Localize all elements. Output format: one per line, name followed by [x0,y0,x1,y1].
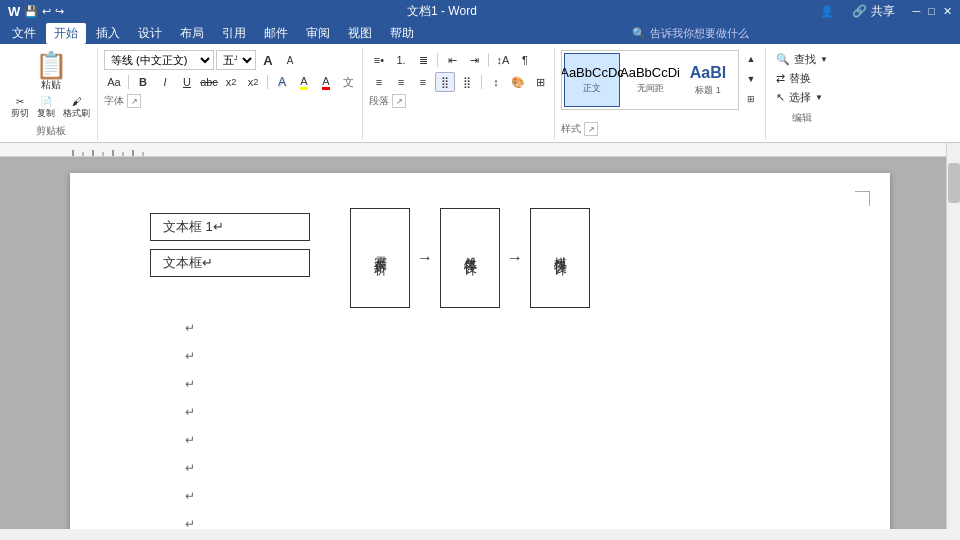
flow-box-2: 总体设计↵ [440,208,500,308]
distribute-button[interactable]: ⣿ [457,72,477,92]
text-effect-button[interactable]: A [272,72,292,92]
menu-item-help[interactable]: 帮助 [382,23,422,44]
styles-scroll-up[interactable]: ▲ [741,50,761,68]
para-mark-4: ↵ [185,405,195,419]
styles-group-label: 样式 [561,122,581,136]
font-color-button[interactable]: A [316,72,336,92]
clipboard-group: 📋 粘贴 ✂ 剪切 📄 复制 🖌 格式刷 剪贴板 [4,48,98,140]
text-highlight-button[interactable]: A [294,72,314,92]
numbering-button[interactable]: 1. [391,50,411,70]
ruler-mark [112,150,114,156]
copy-icon: 📄 [40,96,52,107]
separator1 [128,75,129,89]
select-button[interactable]: ↖ 选择 ▼ [772,88,832,107]
italic-button[interactable]: I [155,72,175,92]
menu-item-insert[interactable]: 插入 [88,23,128,44]
share-icon: 🔗 [852,4,867,18]
text-box-2-content: 文本框↵ [163,255,213,270]
text-box-1[interactable]: 文本框 1↵ [150,213,310,241]
strikethrough-button[interactable]: abc [199,72,219,92]
subscript-button[interactable]: x2 [221,72,241,92]
search-icon: 🔍 [776,53,790,66]
replace-button[interactable]: ⇄ 替换 [772,69,832,88]
ruler-mark [132,150,134,156]
font-expand-button[interactable]: ↗ [127,94,141,108]
style-item-nospace[interactable]: AaBbCcDi 无间距 [622,53,678,107]
wubi-button[interactable]: 文 [338,72,358,92]
para-mark-8: ↵ [185,517,195,529]
align-right-button[interactable]: ≡ [413,72,433,92]
close-button[interactable]: ✕ [943,5,952,18]
menu-item-layout[interactable]: 布局 [172,23,212,44]
para-mark-3: ↵ [185,377,195,391]
format-painter-button[interactable]: 🖌 格式刷 [60,94,93,122]
menu-item-design[interactable]: 设计 [130,23,170,44]
increase-indent-button[interactable]: ⇥ [464,50,484,70]
case-button[interactable]: Aa [104,72,124,92]
show-marks-button[interactable]: ¶ [515,50,535,70]
paragraph-marks: ↵ ↵ ↵ ↵ ↵ ↵ ↵ ↵ ↵ ↵ ↵ ↵ [185,321,195,529]
editing-group: 🔍 查找 ▼ ⇄ 替换 ↖ 选择 ▼ 编辑 [768,48,836,140]
menu-item-start[interactable]: 开始 [46,23,86,44]
font-shrink-button[interactable]: A [280,50,300,70]
styles-expand-button[interactable]: ⊞ [741,90,761,108]
vertical-scrollbar[interactable] [946,143,960,529]
maximize-button[interactable]: □ [928,5,935,17]
copy-label: 复制 [37,107,55,120]
bullets-button[interactable]: ≡• [369,50,389,70]
styles-row: AaBbCcDc 正文 AaBbCcDi 无间距 AaBl 标题 1 [561,50,761,120]
text-box-2[interactable]: 文本框↵ [150,249,310,277]
tell-me-search[interactable]: 🔍 告诉我你想要做什么 [424,26,956,41]
paste-button[interactable]: 📋 粘贴 [31,50,71,94]
style-item-normal[interactable]: AaBbCcDc 正文 [564,53,620,107]
quick-access-redo[interactable]: ↪ [55,5,64,18]
ruler-mark [122,152,124,156]
share-label: 共享 [871,3,895,20]
ruler-mark [72,150,74,156]
style-item-heading1[interactable]: AaBl 标题 1 [680,53,736,107]
menu-item-mail[interactable]: 邮件 [256,23,296,44]
para-expand-button[interactable]: ↗ [392,94,406,108]
align-left-button[interactable]: ≡ [369,72,389,92]
line-spacing-button[interactable]: ↕ [486,72,506,92]
font-family-select[interactable]: 等线 (中文正文) [104,50,214,70]
quick-access-save[interactable]: 💾 [24,5,38,18]
user-icon[interactable]: 👤 [820,5,834,18]
align-center-button[interactable]: ≡ [391,72,411,92]
font-group-label-row: 字体 ↗ [104,94,358,108]
font-size-select[interactable]: 五号 小四 四号 [216,50,256,70]
decrease-indent-button[interactable]: ⇤ [442,50,462,70]
justify-button[interactable]: ⣿ [435,72,455,92]
menu-item-view[interactable]: 视图 [340,23,380,44]
tell-me-icon: 🔍 [632,27,646,40]
quick-access-undo[interactable]: ↩ [42,5,51,18]
para-group-label: 段落 [369,94,389,108]
share-button[interactable]: 🔗 共享 [842,1,905,22]
para-mark-5: ↵ [185,433,195,447]
para-mark-6: ↵ [185,461,195,475]
styles-expand-btn[interactable]: ↗ [584,122,598,136]
underline-button[interactable]: U [177,72,197,92]
sort-button[interactable]: ↕A [493,50,513,70]
multi-level-list-button[interactable]: ≣ [413,50,433,70]
bold-button[interactable]: B [133,72,153,92]
copy-button[interactable]: 📄 复制 [34,94,58,122]
ribbon-content: 📋 粘贴 ✂ 剪切 📄 复制 🖌 格式刷 剪贴板 [0,46,960,142]
minimize-button[interactable]: ─ [913,5,921,17]
menu-item-review[interactable]: 审阅 [298,23,338,44]
menu-item-reference[interactable]: 引用 [214,23,254,44]
font-grow-button[interactable]: A [258,50,278,70]
word-logo: W [8,4,20,19]
para-group-label-row: 段落 ↗ [369,94,550,108]
select-label: 选择 [789,90,811,105]
borders-button[interactable]: ⊞ [530,72,550,92]
menu-item-file[interactable]: 文件 [4,23,44,44]
superscript-button[interactable]: x2 [243,72,263,92]
styles-group-label-row: 样式 ↗ [561,122,761,136]
styles-scroll-down[interactable]: ▼ [741,70,761,88]
cut-button[interactable]: ✂ 剪切 [8,94,32,122]
find-button[interactable]: 🔍 查找 ▼ [772,50,832,69]
shading-button[interactable]: 🎨 [508,72,528,92]
editing-group-label: 编辑 [772,107,832,125]
format-painter-label: 格式刷 [63,107,90,120]
